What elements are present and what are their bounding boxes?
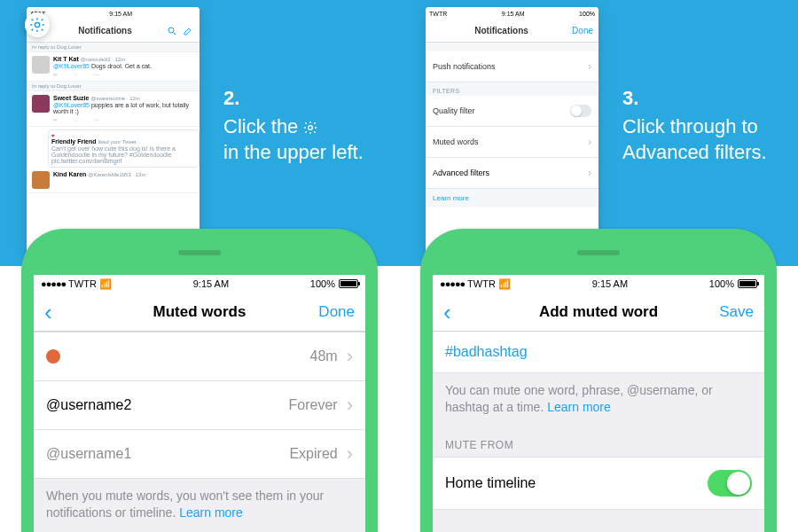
svg-point-1: [168, 27, 174, 33]
toggle-on[interactable]: [708, 470, 752, 497]
section-header: MUTE FROM: [433, 425, 764, 457]
search-icon[interactable]: [166, 25, 178, 37]
toggle-off[interactable]: [570, 105, 591, 117]
step3-panel: TWTR 9:15 AM 100% Notifications Done Pus…: [399, 0, 798, 266]
gear-icon: [303, 115, 317, 129]
phone-add-muted-word: ●●●●● TWTR 📶 9:15 AM 100% ‹ Add muted wo…: [420, 229, 777, 532]
chevron-right-icon: [343, 442, 353, 466]
back-button[interactable]: ‹: [44, 301, 52, 324]
instruction-step3: 3. Click through to Advanced filters.: [622, 85, 798, 166]
muted-words-row[interactable]: Muted words: [426, 127, 598, 158]
tweet[interactable]: Sweet Suzie @sweetsuzzie · 12m @K9Lover8…: [27, 91, 200, 127]
status-carrier: TWTR: [429, 11, 447, 17]
status-time: 9:15 AM: [592, 278, 628, 289]
wifi-icon: 📶: [99, 278, 112, 289]
hint-text: You can mute one word, phrase, @username…: [433, 373, 764, 425]
muted-word-row[interactable]: @username1 Expired: [34, 430, 365, 479]
status-time: 9:15 AM: [109, 11, 132, 17]
instruction-step2: 2. Click the in the upper left.: [223, 85, 364, 166]
like-activity[interactable]: ♥ Friendly Friend liked your Tweet Can't…: [48, 129, 200, 168]
reply-context: In reply to Dog Lover: [27, 43, 200, 52]
chevron-right-icon: [588, 167, 591, 179]
chevron-right-icon: [588, 136, 591, 148]
phone-muted-words: ●●●●● TWTR 📶 9:15 AM 100% ‹ Muted words …: [21, 229, 378, 532]
avatar: [32, 95, 50, 113]
muted-word-row[interactable]: 48m: [34, 332, 365, 381]
reply-context: In reply to Dog Lover: [27, 82, 200, 91]
chevron-right-icon: [343, 394, 353, 417]
chevron-right-icon: [343, 345, 353, 368]
save-button[interactable]: Save: [719, 303, 754, 321]
learn-more-link[interactable]: Learn more: [179, 505, 243, 520]
emoji-icon: [46, 349, 60, 364]
status-time: 9:15 AM: [193, 278, 229, 289]
settings-screenshot: TWTR 9:15 AM 100% Notifications Done Pus…: [426, 7, 598, 255]
learn-more-link[interactable]: Learn more: [426, 189, 598, 207]
gear-callout: [25, 12, 50, 37]
nav-title: Muted words: [153, 303, 246, 321]
muted-word-row[interactable]: @username2 Forever: [34, 381, 365, 430]
nav-title: Add muted word: [539, 303, 658, 321]
status-battery: 100%: [579, 11, 595, 17]
done-button[interactable]: Done: [318, 303, 355, 321]
section-header: FILTERS: [426, 82, 598, 96]
quality-filter-row[interactable]: Quality filter: [426, 96, 598, 127]
nav-title: Notifications: [474, 26, 528, 35]
learn-more-link[interactable]: Learn more: [547, 400, 611, 414]
footnote: When you mute words, you won't see them …: [34, 479, 365, 530]
battery-icon: [339, 279, 358, 288]
tweet[interactable]: Kind Karen @KarenIsMe1953 · 13m: [27, 168, 200, 193]
tweet[interactable]: Kit T Kat @catsrule92 · 12m @K9Lover85 D…: [27, 52, 200, 82]
svg-point-3: [309, 125, 313, 129]
chevron-right-icon: [588, 60, 591, 73]
battery-icon: [738, 279, 757, 288]
step2-panel: AT&T 9:15 AM Notifications In reply to D…: [0, 0, 399, 266]
done-button[interactable]: Done: [572, 26, 593, 35]
svg-point-2: [35, 22, 39, 27]
avatar: [32, 171, 50, 189]
home-timeline-row[interactable]: Home timeline: [433, 457, 764, 510]
muted-word-input[interactable]: #badhashtag: [433, 332, 764, 373]
status-battery: 100%: [709, 278, 734, 289]
back-button[interactable]: ‹: [443, 301, 451, 324]
push-notifications-row[interactable]: Push notifications: [426, 51, 598, 82]
nav-title: Notifications: [78, 26, 132, 35]
avatar: [32, 56, 50, 74]
compose-icon[interactable]: [182, 25, 194, 37]
wifi-icon: 📶: [498, 278, 511, 289]
advanced-filters-row[interactable]: Advanced filters: [426, 158, 598, 189]
notifications-screenshot: AT&T 9:15 AM Notifications In reply to D…: [27, 7, 200, 255]
status-battery: 100%: [310, 278, 335, 289]
status-time: 9:15 AM: [502, 11, 525, 17]
